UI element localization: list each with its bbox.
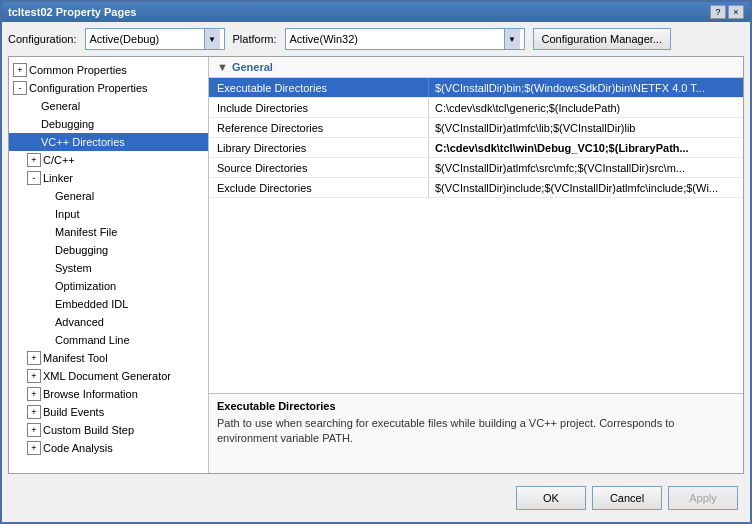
props-name-source-dirs: Source Directories xyxy=(209,158,429,177)
props-header-title: General xyxy=(232,61,273,73)
tree-label-cpp: C/C++ xyxy=(43,154,75,166)
tree-label-common-properties: Common Properties xyxy=(29,64,127,76)
props-value-library-dirs: C:\cdev\sdk\tcl\win\Debug_VC10;$(Library… xyxy=(429,138,743,157)
props-name-exclude-dirs: Exclude Directories xyxy=(209,178,429,197)
tree-item-build-events[interactable]: + Build Events xyxy=(9,403,208,421)
platform-value: Active(Win32) xyxy=(290,33,358,45)
props-value-executable-dirs: $(VCInstallDir)bin;$(WindowsSdkDir)bin\N… xyxy=(429,78,743,97)
window-content: Configuration: Active(Debug) ▼ Platform:… xyxy=(2,22,750,522)
expander-cpp[interactable]: + xyxy=(27,153,41,167)
tree-label-linker-debugging: Debugging xyxy=(55,244,108,256)
tree-item-linker-embedded-idl[interactable]: Embedded IDL xyxy=(9,295,208,313)
tree-item-common-properties[interactable]: + Common Properties xyxy=(9,61,208,79)
expander-linker[interactable]: - xyxy=(27,171,41,185)
config-dropdown[interactable]: Active(Debug) ▼ xyxy=(85,28,225,50)
expander-custom-build-step[interactable]: + xyxy=(27,423,41,437)
platform-label: Platform: xyxy=(233,33,277,45)
tree-label-linker-optimization: Optimization xyxy=(55,280,116,292)
props-value-exclude-dirs: $(VCInstallDir)include;$(VCInstallDir)at… xyxy=(429,178,743,197)
props-row-executable-dirs[interactable]: Executable Directories $(VCInstallDir)bi… xyxy=(209,78,743,98)
props-row-source-dirs[interactable]: Source Directories $(VCInstallDir)atlmfc… xyxy=(209,158,743,178)
expander-build-events[interactable]: + xyxy=(27,405,41,419)
tree-label-linker-system: System xyxy=(55,262,92,274)
props-table[interactable]: Executable Directories $(VCInstallDir)bi… xyxy=(209,78,743,393)
tree-label-linker-general: General xyxy=(55,190,94,202)
bottom-bar: OK Cancel Apply xyxy=(8,480,744,516)
props-name-library-dirs: Library Directories xyxy=(209,138,429,157)
tree-item-linker-system[interactable]: System xyxy=(9,259,208,277)
expander-browse-info[interactable]: + xyxy=(27,387,41,401)
props-value-include-dirs: C:\cdev\sdk\tcl\generic;$(IncludePath) xyxy=(429,98,743,117)
tree-label-linker: Linker xyxy=(43,172,73,184)
window-title: tcltest02 Property Pages xyxy=(8,6,136,18)
description-area: Executable Directories Path to use when … xyxy=(209,393,743,473)
tree-item-linker-manifest-file[interactable]: Manifest File xyxy=(9,223,208,241)
expander-common-properties[interactable]: + xyxy=(13,63,27,77)
props-header: ▼ General xyxy=(209,57,743,78)
main-area: + Common Properties - Configuration Prop… xyxy=(8,56,744,474)
title-bar-buttons: ? × xyxy=(710,5,744,19)
tree-label-build-events: Build Events xyxy=(43,406,104,418)
tree-item-linker[interactable]: - Linker xyxy=(9,169,208,187)
tree-item-browse-info[interactable]: + Browse Information xyxy=(9,385,208,403)
props-row-include-dirs[interactable]: Include Directories C:\cdev\sdk\tcl\gene… xyxy=(209,98,743,118)
configuration-manager-button[interactable]: Configuration Manager... xyxy=(533,28,671,50)
tree-item-linker-debugging[interactable]: Debugging xyxy=(9,241,208,259)
tree-item-xml-doc-gen[interactable]: + XML Document Generator xyxy=(9,367,208,385)
apply-button[interactable]: Apply xyxy=(668,486,738,510)
tree-item-configuration-properties[interactable]: - Configuration Properties xyxy=(9,79,208,97)
tree-label-linker-command-line: Command Line xyxy=(55,334,130,346)
props-row-exclude-dirs[interactable]: Exclude Directories $(VCInstallDir)inclu… xyxy=(209,178,743,198)
cancel-button[interactable]: Cancel xyxy=(592,486,662,510)
tree-item-linker-optimization[interactable]: Optimization xyxy=(9,277,208,295)
tree-item-debugging[interactable]: Debugging xyxy=(9,115,208,133)
tree-item-manifest-tool[interactable]: + Manifest Tool xyxy=(9,349,208,367)
tree-item-custom-build-step[interactable]: + Custom Build Step xyxy=(9,421,208,439)
props-value-source-dirs: $(VCInstallDir)atlmfc\src\mfc;$(VCInstal… xyxy=(429,158,743,177)
tree-label-general: General xyxy=(41,100,80,112)
props-panel: ▼ General Executable Directories $(VCIns… xyxy=(209,57,743,473)
tree-label-manifest-tool: Manifest Tool xyxy=(43,352,108,364)
props-expand-icon: ▼ xyxy=(217,61,228,73)
tree-item-linker-input[interactable]: Input xyxy=(9,205,208,223)
ok-button[interactable]: OK xyxy=(516,486,586,510)
tree-label-linker-advanced: Advanced xyxy=(55,316,104,328)
props-name-reference-dirs: Reference Directories xyxy=(209,118,429,137)
tree-label-debugging: Debugging xyxy=(41,118,94,130)
help-button[interactable]: ? xyxy=(710,5,726,19)
tree-label-browse-info: Browse Information xyxy=(43,388,138,400)
tree-label-linker-embedded-idl: Embedded IDL xyxy=(55,298,128,310)
expander-configuration-properties[interactable]: - xyxy=(13,81,27,95)
tree-item-vc-directories[interactable]: VC++ Directories xyxy=(9,133,208,151)
config-row: Configuration: Active(Debug) ▼ Platform:… xyxy=(8,28,744,50)
tree-label-vc-directories: VC++ Directories xyxy=(41,136,125,148)
description-text: Path to use when searching for executabl… xyxy=(217,416,735,447)
platform-dropdown-arrow: ▼ xyxy=(504,29,520,49)
tree-item-linker-advanced[interactable]: Advanced xyxy=(9,313,208,331)
config-dropdown-arrow: ▼ xyxy=(204,29,220,49)
props-name-executable-dirs: Executable Directories xyxy=(209,78,429,97)
expander-code-analysis[interactable]: + xyxy=(27,441,41,455)
config-value: Active(Debug) xyxy=(90,33,160,45)
config-label: Configuration: xyxy=(8,33,77,45)
tree-item-linker-general[interactable]: General xyxy=(9,187,208,205)
platform-dropdown[interactable]: Active(Win32) ▼ xyxy=(285,28,525,50)
props-value-reference-dirs: $(VCInstallDir)atlmfc\lib;$(VCInstallDir… xyxy=(429,118,743,137)
tree-label-linker-manifest-file: Manifest File xyxy=(55,226,117,238)
property-pages-window: tcltest02 Property Pages ? × Configurati… xyxy=(0,0,752,524)
tree-item-cpp[interactable]: + C/C++ xyxy=(9,151,208,169)
props-row-reference-dirs[interactable]: Reference Directories $(VCInstallDir)atl… xyxy=(209,118,743,138)
tree-panel[interactable]: + Common Properties - Configuration Prop… xyxy=(9,57,209,473)
tree-label-custom-build-step: Custom Build Step xyxy=(43,424,134,436)
props-name-include-dirs: Include Directories xyxy=(209,98,429,117)
expander-manifest-tool[interactable]: + xyxy=(27,351,41,365)
expander-xml-doc-gen[interactable]: + xyxy=(27,369,41,383)
tree-label-configuration-properties: Configuration Properties xyxy=(29,82,148,94)
description-title: Executable Directories xyxy=(217,400,735,412)
props-row-library-dirs[interactable]: Library Directories C:\cdev\sdk\tcl\win\… xyxy=(209,138,743,158)
tree-label-code-analysis: Code Analysis xyxy=(43,442,113,454)
tree-item-general[interactable]: General xyxy=(9,97,208,115)
close-button[interactable]: × xyxy=(728,5,744,19)
tree-item-code-analysis[interactable]: + Code Analysis xyxy=(9,439,208,457)
tree-item-linker-command-line[interactable]: Command Line xyxy=(9,331,208,349)
